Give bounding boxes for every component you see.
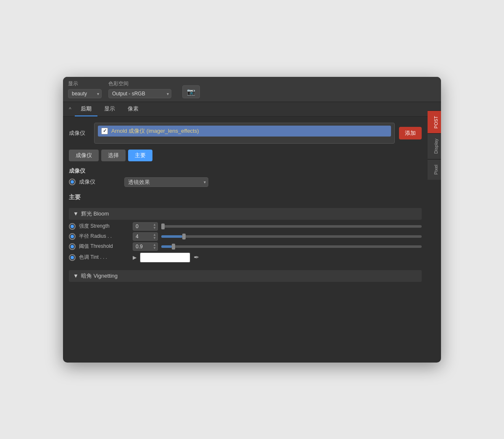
main-content: 成像仪 Arnold 成像仪 (imager_lens_effects) 添加 …	[63, 117, 441, 363]
add-button[interactable]: 添加	[399, 127, 422, 139]
subtab-display[interactable]: 显示	[98, 102, 121, 116]
radius-label: 半径 Radius . .	[79, 233, 129, 240]
tint-label: 色调 Tint . . .	[79, 254, 129, 261]
imager-section-label: 成像仪	[69, 129, 90, 137]
threshold-slider-fill	[161, 245, 172, 248]
strength-slider-thumb[interactable]	[161, 223, 165, 229]
tab-row: 成像仪 选择 主要	[69, 150, 422, 161]
tint-radio[interactable]	[69, 254, 76, 261]
strength-spin-down[interactable]: ▼	[152, 226, 157, 230]
radius-slider-thumb[interactable]	[182, 234, 186, 239]
vignetting-header-label: 暗角 Vignetting	[81, 272, 118, 280]
right-tab-pixel[interactable]: Pixel	[428, 159, 441, 180]
eyedropper-icon[interactable]: ✒	[194, 253, 199, 261]
vignetting-section: ▼ 暗角 Vignetting	[69, 268, 422, 284]
imager-subsection-title: 成像仪	[69, 167, 422, 175]
imager-dropdown[interactable]: 透镜效果	[124, 177, 208, 187]
tab-btn-main[interactable]: 主要	[128, 150, 152, 161]
imager-row: 成像仪 Arnold 成像仪 (imager_lens_effects) 添加	[69, 123, 422, 144]
right-tab-post[interactable]: POST	[428, 110, 441, 134]
colorspace-dropdown-wrapper[interactable]: Output - sRGB	[108, 89, 171, 98]
colorspace-col: 色彩空间 Output - sRGB	[108, 80, 171, 98]
tint-color-swatch[interactable]	[140, 252, 190, 263]
subtab-pixel[interactable]: 像素	[122, 102, 144, 116]
radius-row: 半径 Radius . . ▲ ▼	[69, 231, 422, 242]
main-section: 主要	[69, 193, 422, 201]
threshold-radio[interactable]	[69, 243, 76, 250]
bloom-section: ▼ 辉光 Bloom 强度 Strength ▲ ▼	[69, 205, 422, 263]
camera-button[interactable]: 📷	[182, 85, 200, 98]
threshold-spin[interactable]: ▲ ▼	[152, 243, 157, 250]
imager-prop-label: 成像仪	[79, 178, 121, 186]
radius-input-wrapper[interactable]: ▲ ▼	[133, 232, 158, 241]
panel-container: 显示 beauty 色彩空间 Output - sRGB 📷	[63, 77, 441, 363]
vignetting-header[interactable]: ▼ 暗角 Vignetting	[69, 270, 422, 282]
top-bar: 显示 beauty 色彩空间 Output - sRGB 📷	[63, 77, 441, 102]
display-dropdown-wrapper[interactable]: beauty	[68, 89, 102, 98]
main-section-title: 主要	[69, 194, 422, 201]
tint-row: 色调 Tint . . . ▶ ✒	[69, 252, 422, 263]
top-bar-cols: 显示 beauty 色彩空间 Output - sRGB 📷	[68, 80, 200, 98]
camera-icon: 📷	[187, 88, 195, 96]
radius-radio[interactable]	[69, 233, 76, 240]
strength-label: 强度 Strength	[79, 223, 129, 230]
threshold-row: 阈值 Threshold ▲ ▼	[69, 242, 422, 252]
display-label: 显示	[68, 80, 78, 87]
radius-spin[interactable]: ▲ ▼	[152, 233, 157, 240]
strength-slider-track[interactable]	[161, 225, 422, 228]
subtab-post[interactable]: 后期	[75, 102, 97, 116]
right-tabs: POST Display Pixel	[428, 110, 441, 180]
display-col: 显示 beauty	[68, 80, 102, 98]
imager-dropdown-wrapper[interactable]: 透镜效果	[124, 177, 208, 187]
tab-btn-select[interactable]: 选择	[101, 150, 126, 161]
bloom-header-label: 辉光 Bloom	[81, 210, 109, 218]
radius-slider-track[interactable]	[161, 235, 422, 238]
threshold-input-wrapper[interactable]: ▲ ▼	[133, 242, 158, 251]
threshold-spin-down[interactable]: ▼	[152, 247, 157, 250]
imager-item-name: Arnold 成像仪 (imager_lens_effects)	[111, 127, 199, 135]
strength-radio[interactable]	[69, 223, 76, 230]
tint-arrow: ▶	[133, 255, 136, 260]
bloom-header[interactable]: ▼ 辉光 Bloom	[69, 208, 422, 220]
threshold-slider-thumb[interactable]	[172, 244, 175, 250]
sub-tabs-bar: ^ 后期 显示 像素	[63, 102, 441, 117]
threshold-label: 阈值 Threshold	[79, 243, 129, 250]
imager-item[interactable]: Arnold 成像仪 (imager_lens_effects)	[98, 126, 391, 137]
imager-radio[interactable]	[69, 179, 76, 185]
imager-checkbox[interactable]	[101, 128, 108, 134]
strength-input-wrapper[interactable]: ▲ ▼	[133, 222, 158, 231]
imager-list: Arnold 成像仪 (imager_lens_effects)	[94, 123, 395, 144]
strength-spin[interactable]: ▲ ▼	[152, 223, 157, 230]
colorspace-dropdown[interactable]: Output - sRGB	[108, 89, 171, 98]
right-tab-display[interactable]: Display	[428, 133, 441, 159]
threshold-slider-track[interactable]	[161, 245, 422, 248]
imager-subsection: 成像仪 成像仪 透镜效果	[69, 166, 422, 189]
subtab-arrow: ^	[69, 106, 71, 112]
radius-spin-down[interactable]: ▼	[152, 237, 157, 240]
strength-row: 强度 Strength ▲ ▼	[69, 221, 422, 231]
radius-slider-fill	[161, 235, 182, 238]
colorspace-label: 色彩空间	[108, 80, 129, 87]
vignetting-collapse-arrow: ▼	[73, 273, 79, 279]
tab-btn-imager[interactable]: 成像仪	[69, 150, 99, 161]
display-dropdown[interactable]: beauty	[68, 89, 102, 98]
bloom-collapse-arrow: ▼	[73, 210, 79, 217]
imager-prop-row: 成像仪 透镜效果	[69, 177, 422, 187]
